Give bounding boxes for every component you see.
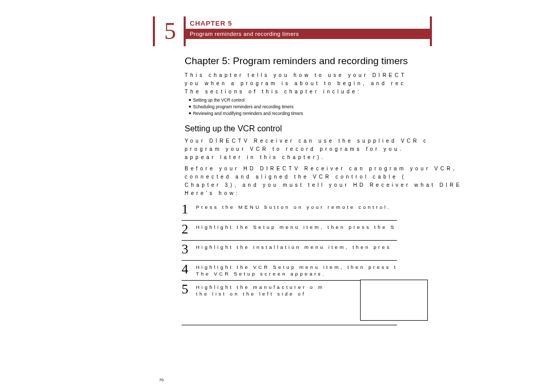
- bullet-item: Setting up the VCR control: [189, 97, 461, 104]
- step-text: Highlight the VCR Setup menu item, then …: [196, 263, 397, 277]
- section-heading: Setting up the VCR control: [185, 124, 461, 133]
- step-number: 4: [182, 263, 196, 276]
- header-rule-right: [430, 16, 432, 46]
- step-text: Highlight the manufacturer o m the list …: [196, 283, 324, 297]
- chapter-number: 5: [164, 17, 176, 45]
- step-row: 5 Highlight the manufacturer o m the lis…: [182, 281, 397, 325]
- step-number: 1: [182, 203, 196, 216]
- body-line: Your DIRECTV Receiver can use the suppli…: [185, 138, 461, 144]
- step-text-line: Highlight the VCR Setup menu item, then …: [196, 264, 397, 270]
- bullet-list: Setting up the VCR control Scheduling pr…: [189, 97, 461, 117]
- steps-list: 1 Press the MENU button on your remote c…: [182, 201, 461, 325]
- content-area: Chapter 5: Program reminders and recordi…: [153, 55, 461, 325]
- bullet-item: Scheduling program reminders and recordi…: [189, 104, 461, 110]
- step-text: Highlight the Installation menu item, th…: [196, 243, 391, 250]
- step-text-line: The VCR Setup screen appears.: [196, 270, 397, 277]
- page-title: Chapter 5: Program reminders and recordi…: [185, 55, 461, 67]
- intro-line: you when a program is about to begin, an…: [185, 80, 461, 87]
- chapter-header: 5 CHAPTER 5 Program reminders and record…: [153, 16, 461, 46]
- body-line: appear later in this chapter).: [185, 154, 461, 161]
- body-line: Before your HD DIRECTV Receiver can prog…: [185, 165, 461, 172]
- body-line: connected and aligned the VCR control ca…: [185, 173, 461, 180]
- step-number: 5: [182, 283, 196, 296]
- intro-line: The sections of this chapter include:: [185, 88, 461, 95]
- step-row: 2 Highlight the Setup menu item, then pr…: [182, 221, 397, 241]
- step-row: 1 Press the MENU button on your remote c…: [182, 201, 397, 221]
- figure-placeholder: [360, 280, 428, 321]
- body-line: program your VCR to record programs for …: [185, 146, 461, 152]
- step-text-line: the list on the left side of: [196, 290, 324, 297]
- step-number: 3: [182, 243, 196, 256]
- body-line: Chapter 3), and you must tell your HD Re…: [185, 182, 461, 188]
- step-text: Press the MENU button on your remote con…: [196, 203, 391, 210]
- step-row: 4 Highlight the VCR Setup menu item, the…: [182, 261, 397, 281]
- step-text: Highlight the Setup menu item, then pres…: [196, 223, 396, 230]
- step-text-line: Highlight the manufacturer o m: [196, 284, 324, 290]
- header-rule-left: [153, 16, 155, 46]
- page-number: 70: [159, 378, 164, 382]
- chapter-subtitle: Program reminders and recording timers: [186, 29, 430, 39]
- document-page: 5 CHAPTER 5 Program reminders and record…: [153, 16, 461, 325]
- step-number: 2: [182, 223, 196, 236]
- step-row: 3 Highlight the Installation menu item, …: [182, 241, 397, 261]
- intro-line: This chapter tells you how to use your D…: [185, 72, 461, 79]
- body-line: Here's how:: [185, 190, 461, 197]
- bullet-item: Reviewing and modifying reminders and re…: [189, 110, 461, 117]
- chapter-label: CHAPTER 5: [190, 19, 232, 27]
